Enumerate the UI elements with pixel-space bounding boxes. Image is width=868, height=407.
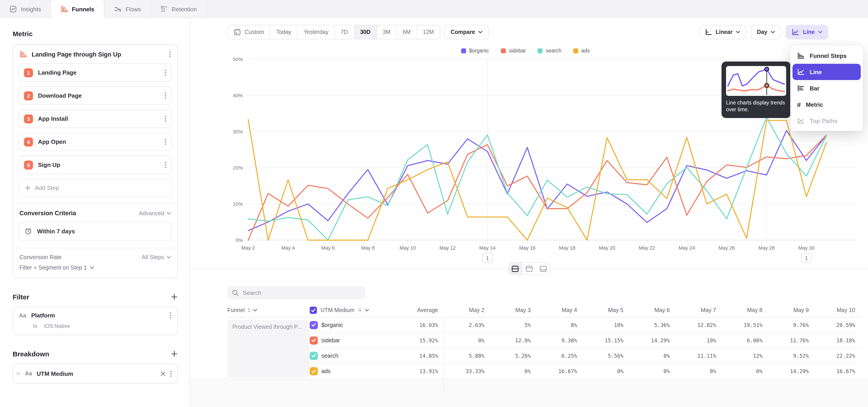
chevron-down-icon <box>365 309 369 312</box>
menu-item-bar[interactable]: Bar <box>793 80 861 96</box>
step-number-badge: 1 <box>24 68 33 77</box>
add-step-label: Add Step <box>35 185 59 191</box>
filter-value[interactable]: iOS Native <box>44 323 70 329</box>
date-column-header[interactable]: May 3 <box>490 307 536 313</box>
date-column-header[interactable]: May 10 <box>814 307 861 313</box>
plus-icon <box>25 185 31 191</box>
range-option-today[interactable]: Today <box>270 25 298 39</box>
tab-flows[interactable]: Flows <box>104 0 151 18</box>
funnel-step[interactable]: 3 App Install <box>19 109 172 128</box>
breakdown-card[interactable]: Aa UTM Medium <box>13 364 178 383</box>
range-option-yesterday[interactable]: Yesterday <box>298 25 335 39</box>
conversion-criteria-section: Conversion Criteria Advanced Within 7 da… <box>13 204 177 241</box>
compare-button[interactable]: Compare <box>444 25 489 39</box>
funnel-step[interactable]: 5 Sign Up <box>19 156 172 174</box>
kebab-menu-icon[interactable] <box>164 138 166 145</box>
kebab-menu-icon[interactable] <box>164 69 166 76</box>
funnel-step[interactable]: 2 Download Page <box>19 86 172 105</box>
add-breakdown-button[interactable] <box>171 350 178 357</box>
step-number-badge: 2 <box>24 91 33 100</box>
menu-item-funnel-steps[interactable]: Funnel Steps <box>793 48 861 64</box>
layout-bottom-button[interactable] <box>536 263 550 275</box>
kebab-menu-icon[interactable] <box>164 161 166 168</box>
table-row[interactable]: $organic 16.03% 2.63%5%8%10%5.36%12.82%1… <box>227 317 861 333</box>
menu-item-line[interactable]: Line <box>793 64 861 80</box>
value-cell: 14.29% <box>629 337 675 343</box>
range-option-6m[interactable]: 6M <box>397 25 417 39</box>
kebab-menu-icon[interactable] <box>164 92 166 99</box>
tab-label: Flows <box>125 6 141 12</box>
layout-top-button[interactable] <box>522 263 536 275</box>
breakdown-heading: Breakdown <box>13 350 49 358</box>
average-column-header[interactable]: Average <box>378 307 443 313</box>
layout-split-button[interactable] <box>508 263 522 275</box>
kebab-menu-icon[interactable] <box>169 312 171 319</box>
conversion-window-button[interactable]: Within 7 days <box>19 222 172 241</box>
date-column-header[interactable]: May 6 <box>629 307 675 313</box>
legend-item[interactable]: ads <box>573 48 590 53</box>
range-option-7d[interactable]: 7D <box>335 25 354 39</box>
kebab-menu-icon[interactable] <box>164 115 166 122</box>
all-steps-dropdown[interactable]: All Steps <box>142 254 171 260</box>
date-column-header[interactable]: May 9 <box>768 307 814 313</box>
line-chart[interactable]: 0%10%20%30%40%50%May 2May 4May 6May 8May… <box>190 18 868 289</box>
value-cell: 11.11% <box>675 352 721 359</box>
date-column-header[interactable]: May 5 <box>583 307 629 313</box>
kebab-menu-icon[interactable] <box>170 370 172 377</box>
chevron-down-icon <box>771 31 775 33</box>
close-icon[interactable] <box>160 371 165 376</box>
range-option-custom[interactable]: Custom <box>228 25 270 39</box>
range-option-12m[interactable]: 12M <box>417 25 440 39</box>
value-cell: 9.76% <box>768 322 814 328</box>
value-cell: 19.51% <box>721 322 768 328</box>
kebab-menu-icon[interactable] <box>169 51 171 58</box>
legend-label: $organic <box>469 48 489 53</box>
tab-retention[interactable]: Retention <box>151 0 207 18</box>
clock-icon <box>24 227 32 235</box>
advanced-dropdown[interactable]: Advanced <box>139 210 171 216</box>
date-column-header[interactable]: May 4 <box>536 307 583 313</box>
svg-text:30%: 30% <box>233 129 243 134</box>
menu-item-metric[interactable]: # Metric <box>793 96 861 113</box>
series-checkbox[interactable] <box>310 321 318 329</box>
search-input[interactable] <box>243 289 361 296</box>
drag-handle-icon[interactable] <box>16 371 20 376</box>
legend-item[interactable]: $organic <box>461 48 489 53</box>
series-checkbox[interactable] <box>310 336 318 344</box>
table-body: Product Viewed through P... $organic 16.… <box>227 317 861 379</box>
series-checkbox[interactable] <box>310 367 318 375</box>
granularity-dropdown-button[interactable]: Day <box>751 25 781 39</box>
date-column-header[interactable]: May 2 <box>443 307 490 313</box>
segment-step-dropdown[interactable]: Filter + Segment on Step 1 <box>20 264 171 271</box>
range-option-30d[interactable]: 30D <box>354 25 377 39</box>
funnel-name-cell[interactable]: Product Viewed through P... <box>227 320 310 378</box>
funnel-column-header[interactable]: Funnel 1 <box>227 307 310 313</box>
range-option-3m[interactable]: 3M <box>377 25 397 39</box>
table-row[interactable]: search 14.85% 5.88%5.26%6.25%5.56%0%11.1… <box>227 348 861 364</box>
report-main-area: CustomTodayYesterday7D30D3M6M12M Compare… <box>190 18 868 407</box>
series-checkbox[interactable] <box>310 352 318 360</box>
legend-item[interactable]: sidebar <box>501 48 526 53</box>
add-filter-button[interactable] <box>171 293 178 300</box>
filter-operator[interactable]: Is <box>33 323 37 329</box>
filter-card[interactable]: Aa Platform Is iOS Native <box>13 307 178 335</box>
table-row[interactable]: sidebar 15.92% 0%12.9%9.38%15.15%14.29%1… <box>227 333 861 348</box>
breakdown-column-header[interactable]: UTM Medium 4 <box>310 307 378 314</box>
table-row[interactable]: ads 13.91% 33.33%0%16.67%0%0%0%0%14.29%1… <box>227 364 861 379</box>
funnel-header-row[interactable]: Landing Page through Sign Up <box>13 45 177 63</box>
date-column-header[interactable]: May 7 <box>675 307 721 313</box>
add-step-button[interactable]: Add Step <box>19 179 172 197</box>
legend-item[interactable]: search <box>538 48 561 53</box>
tab-funnels[interactable]: Funnels <box>51 0 104 18</box>
tab-insights[interactable]: Insights <box>0 0 51 18</box>
select-all-checkbox[interactable] <box>310 307 317 314</box>
breakdown-property: UTM Medium <box>37 370 156 377</box>
svg-text:May 4: May 4 <box>281 245 295 251</box>
date-column-header[interactable]: May 8 <box>721 307 768 313</box>
funnel-step[interactable]: 4 App Open <box>19 132 172 151</box>
svg-text:May 24: May 24 <box>679 245 695 251</box>
tooltip-mini-chart <box>726 66 786 96</box>
chart-type-dropdown-button[interactable]: Line <box>786 25 828 39</box>
scale-dropdown-button[interactable]: Linear <box>699 25 746 39</box>
funnel-step[interactable]: 1 Landing Page <box>19 63 172 82</box>
